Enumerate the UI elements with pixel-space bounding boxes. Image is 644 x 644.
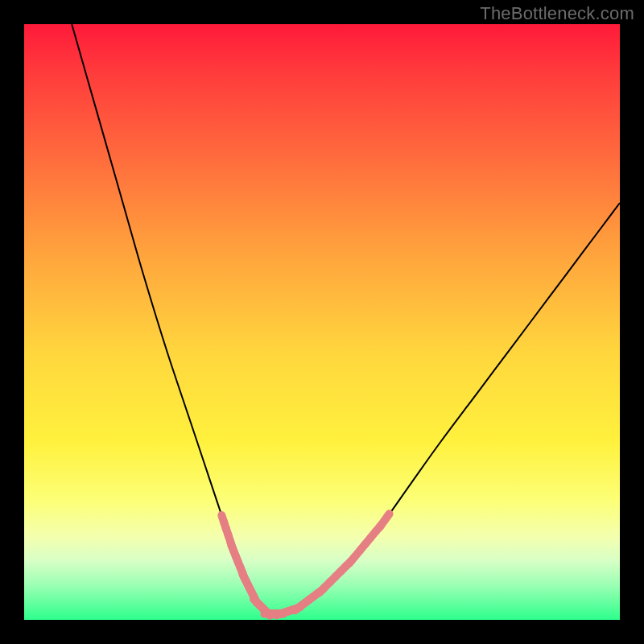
highlight-markers-group: [217, 508, 395, 621]
chart-frame: TheBottleneck.com: [0, 0, 644, 644]
watermark-text: TheBottleneck.com: [480, 3, 634, 24]
plot-area: [24, 24, 620, 620]
bottleneck-curve: [72, 24, 620, 615]
bottleneck-curve-svg: [24, 24, 620, 620]
curve-path-group: [72, 24, 620, 615]
